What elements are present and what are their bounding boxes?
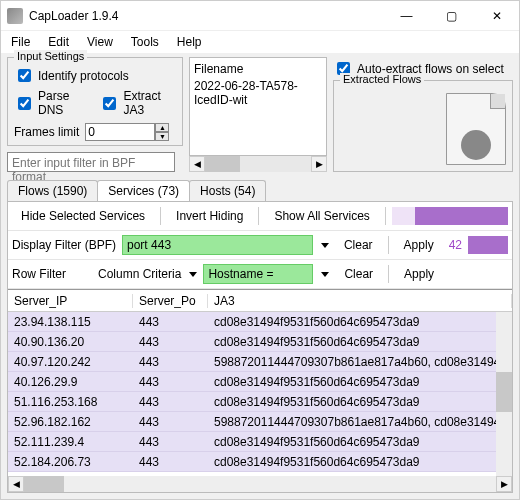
minimize-button[interactable]: — [384, 1, 429, 31]
tab-services[interactable]: Services (73) [97, 180, 190, 201]
invert-hiding-button[interactable]: Invert Hiding [167, 206, 252, 226]
frames-limit-input[interactable] [85, 123, 155, 141]
cell-ip: 52.111.239.4 [8, 435, 133, 449]
maximize-button[interactable]: ▢ [429, 1, 474, 31]
col-ja3[interactable]: JA3 [208, 294, 512, 308]
scroll-right-icon[interactable]: ▶ [496, 476, 512, 492]
column-criteria-label[interactable]: Column Criteria [98, 267, 181, 281]
cell-ip: 40.126.29.9 [8, 375, 133, 389]
row-clear-button[interactable]: Clear [335, 264, 382, 284]
file-list[interactable]: Filename 2022-06-28-TA578-IcedID-wit [189, 57, 327, 156]
display-filter-input[interactable]: port 443 [122, 235, 313, 255]
file-hscrollbar[interactable]: ◀ ▶ [189, 156, 327, 172]
menu-view[interactable]: View [87, 35, 113, 49]
bpf-input[interactable]: Enter input filter in BPF format [7, 152, 175, 172]
tab-body: Hide Selected Services Invert Hiding Sho… [7, 201, 513, 493]
cell-ip: 52.96.182.162 [8, 415, 133, 429]
scroll-left-icon[interactable]: ◀ [8, 476, 24, 492]
row-filter-row: Row Filter Column Criteria Hostname = Cl… [8, 260, 512, 289]
col-server-ip[interactable]: Server_IP [8, 294, 133, 308]
row-apply-button[interactable]: Apply [395, 264, 443, 284]
tab-flows[interactable]: Flows (1590) [7, 180, 98, 201]
cell-ja3: 598872011444709307b861ae817a4b60, cd08e3… [208, 355, 512, 369]
cell-port: 443 [133, 395, 208, 409]
extracted-flows-legend: Extracted Flows [340, 73, 424, 85]
extracted-flows-group: Extracted Flows [333, 80, 513, 172]
table-row[interactable]: 40.97.120.242443598872011444709307b861ae… [8, 352, 512, 372]
grid-header: Server_IP Server_Po JA3 [8, 290, 512, 312]
top-area: Input Settings Identify protocols Parse … [1, 53, 519, 178]
document-icon[interactable] [446, 93, 506, 165]
cell-ip: 51.116.253.168 [8, 395, 133, 409]
display-clear-button[interactable]: Clear [335, 235, 382, 255]
grid-vscrollbar[interactable] [496, 312, 512, 476]
identify-protocols-label: Identify protocols [38, 69, 129, 83]
vscroll-thumb[interactable] [496, 372, 512, 412]
menu-file[interactable]: File [11, 35, 30, 49]
close-button[interactable]: ✕ [474, 1, 519, 31]
display-filter-label: Display Filter (BPF) [12, 238, 116, 252]
dropdown-icon[interactable] [321, 243, 329, 248]
cell-ip: 23.94.138.115 [8, 315, 133, 329]
col-server-port[interactable]: Server_Po [133, 294, 208, 308]
window-title: CapLoader 1.9.4 [29, 9, 118, 23]
table-row[interactable]: 51.116.253.168443cd08e31494f9531f560d64c… [8, 392, 512, 412]
table-row[interactable]: 52.96.182.162443598872011444709307b861ae… [8, 412, 512, 432]
cell-ja3: cd08e31494f9531f560d64c695473da9 [208, 455, 512, 469]
cell-ip: 40.97.120.242 [8, 355, 133, 369]
app-icon [7, 8, 23, 24]
cell-port: 443 [133, 335, 208, 349]
services-toolbar: Hide Selected Services Invert Hiding Sho… [8, 202, 512, 231]
identify-protocols-checkbox[interactable] [18, 69, 31, 82]
show-all-button[interactable]: Show All Services [265, 206, 378, 226]
cell-port: 443 [133, 435, 208, 449]
cell-ja3: cd08e31494f9531f560d64c695473da9 [208, 435, 512, 449]
cell-port: 443 [133, 375, 208, 389]
hscroll-thumb[interactable] [24, 476, 64, 492]
cell-ja3: cd08e31494f9531f560d64c695473da9 [208, 315, 512, 329]
table-row[interactable]: 40.90.136.20443cd08e31494f9531f560d64c69… [8, 332, 512, 352]
frames-limit-up[interactable]: ▲ [155, 123, 169, 132]
hscroll-thumb[interactable] [205, 156, 240, 172]
cell-ip: 52.184.206.73 [8, 455, 133, 469]
scroll-left-icon[interactable]: ◀ [189, 156, 205, 172]
menu-edit[interactable]: Edit [48, 35, 69, 49]
extract-ja3-checkbox[interactable] [103, 97, 116, 110]
grid-body[interactable]: 23.94.138.115443cd08e31494f9531f560d64c6… [8, 312, 512, 476]
display-apply-button[interactable]: Apply [395, 235, 443, 255]
cell-port: 443 [133, 455, 208, 469]
parse-dns-checkbox[interactable] [18, 97, 31, 110]
hostname-filter-input[interactable]: Hostname = [203, 264, 313, 284]
cell-ja3: cd08e31494f9531f560d64c695473da9 [208, 375, 512, 389]
file-list-header: Filename [194, 62, 322, 76]
cell-ja3: cd08e31494f9531f560d64c695473da9 [208, 395, 512, 409]
cell-ja3: cd08e31494f9531f560d64c695473da9 [208, 335, 512, 349]
dropdown-icon[interactable] [189, 272, 197, 277]
extract-ja3-label: Extract JA3 [123, 89, 176, 117]
scroll-right-icon[interactable]: ▶ [311, 156, 327, 172]
tab-hosts[interactable]: Hosts (54) [189, 180, 266, 201]
menu-help[interactable]: Help [177, 35, 202, 49]
cell-port: 443 [133, 315, 208, 329]
grid-hscrollbar[interactable]: ◀ ▶ [8, 476, 512, 492]
table-row[interactable]: 40.126.29.9443cd08e31494f9531f560d64c695… [8, 372, 512, 392]
table-row[interactable]: 52.184.206.73443cd08e31494f9531f560d64c6… [8, 452, 512, 472]
cell-port: 443 [133, 355, 208, 369]
cell-ja3: 598872011444709307b861ae817a4b60, cd08e3… [208, 415, 512, 429]
table-row[interactable]: 23.94.138.115443cd08e31494f9531f560d64c6… [8, 312, 512, 332]
hide-selected-button[interactable]: Hide Selected Services [12, 206, 154, 226]
frames-limit-label: Frames limit [14, 125, 79, 139]
tabstrip: Flows (1590) Services (73) Hosts (54) [7, 180, 513, 201]
services-grid: Server_IP Server_Po JA3 23.94.138.115443… [8, 289, 512, 492]
parse-dns-label: Parse DNS [38, 89, 89, 117]
globe-icon [461, 130, 491, 160]
menu-tools[interactable]: Tools [131, 35, 159, 49]
file-list-group: Filename 2022-06-28-TA578-IcedID-wit ◀ ▶ [189, 57, 327, 172]
file-list-item[interactable]: 2022-06-28-TA578-IcedID-wit [194, 79, 322, 107]
progress-bar [392, 207, 508, 225]
cell-ip: 40.90.136.20 [8, 335, 133, 349]
table-row[interactable]: 52.111.239.4443cd08e31494f9531f560d64c69… [8, 432, 512, 452]
titlebar: CapLoader 1.9.4 — ▢ ✕ [1, 1, 519, 31]
frames-limit-down[interactable]: ▼ [155, 132, 169, 141]
dropdown-icon[interactable] [321, 272, 329, 277]
